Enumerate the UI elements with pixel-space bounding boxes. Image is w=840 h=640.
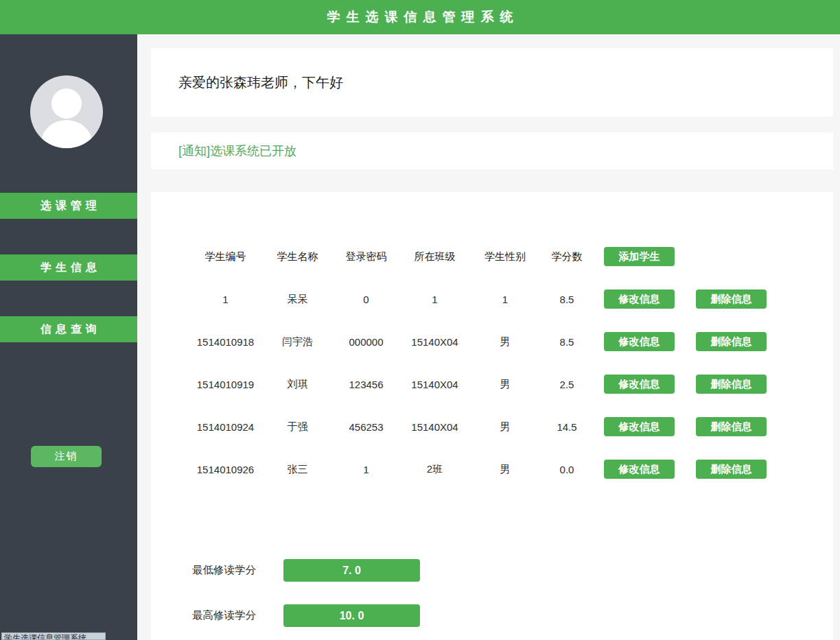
cell-student-id: 1 xyxy=(189,294,261,305)
table-row: 1514010924 于强 456253 15140X04 男 14.5 修改信… xyxy=(151,405,833,448)
cell-student-id: 1514010919 xyxy=(189,379,261,390)
modify-info-button[interactable]: 修改信息 xyxy=(604,289,675,309)
sidebar-item-label: 选课管理 xyxy=(36,199,101,213)
notice-link[interactable]: [通知]选课系统已开放 xyxy=(178,143,296,159)
greeting-card: 亲爱的张森玮老师，下午好 xyxy=(151,48,833,117)
table-row: 1514010919 刘琪 123456 15140X04 男 2.5 修改信息… xyxy=(151,363,833,405)
cell-credits: 0.0 xyxy=(539,464,594,475)
modify-info-button[interactable]: 修改信息 xyxy=(604,332,675,351)
table-row: 1514010918 闫宇浩 000000 15140X04 男 8.5 修改信… xyxy=(151,320,833,363)
sidebar-item-info-query[interactable]: 信息查询 xyxy=(0,316,137,342)
header-bar: 学生选课信息管理系统 xyxy=(0,0,840,34)
min-credit-row: 最低修读学分 7. 0 xyxy=(151,559,833,582)
delete-info-button[interactable]: 删除信息 xyxy=(696,417,767,436)
avatar xyxy=(30,75,103,148)
greeting-text: 亲爱的张森玮老师，下午好 xyxy=(178,73,343,92)
sidebar-item-label: 学生信息 xyxy=(36,261,101,275)
cell-class: 15140X04 xyxy=(399,379,471,390)
sidebar-item-student-info[interactable]: 学生信息 xyxy=(0,254,137,281)
cell-password: 0 xyxy=(334,294,399,305)
delete-info-button[interactable]: 删除信息 xyxy=(696,289,767,309)
delete-info-button[interactable]: 删除信息 xyxy=(696,332,767,351)
main-content: 亲爱的张森玮老师，下午好 [通知]选课系统已开放 学生编号 学生名称 登录密码 … xyxy=(137,34,840,640)
column-header-student-id: 学生编号 xyxy=(189,250,261,263)
table-header-row: 学生编号 学生名称 登录密码 所在班级 学生性别 学分数 添加学生 xyxy=(151,235,833,278)
cell-student-id: 1514010924 xyxy=(189,421,261,433)
modify-info-button[interactable]: 修改信息 xyxy=(604,460,675,479)
cell-gender: 男 xyxy=(471,420,539,434)
add-student-button[interactable]: 添加学生 xyxy=(604,247,675,266)
cell-credits: 8.5 xyxy=(539,336,594,348)
modify-info-button[interactable]: 修改信息 xyxy=(604,375,675,394)
student-table-card: 学生编号 学生名称 登录密码 所在班级 学生性别 学分数 添加学生 1 呆呆 0… xyxy=(151,192,833,640)
cell-class: 15140X04 xyxy=(399,421,471,433)
delete-info-button[interactable]: 删除信息 xyxy=(696,460,767,479)
column-header-student-name: 学生名称 xyxy=(261,250,334,263)
cell-student-name: 呆呆 xyxy=(261,293,334,306)
status-tooltip: 学生选课信息管理系统 xyxy=(1,632,106,640)
min-credit-input[interactable]: 7. 0 xyxy=(283,559,420,582)
cell-password: 123456 xyxy=(334,379,399,390)
cell-gender: 1 xyxy=(471,294,539,305)
column-header-password: 登录密码 xyxy=(334,250,399,263)
cell-password: 456253 xyxy=(334,421,399,433)
cell-password: 1 xyxy=(334,464,399,475)
cell-student-name: 刘琪 xyxy=(261,378,334,391)
cell-student-id: 1514010926 xyxy=(189,464,261,475)
modify-info-button[interactable]: 修改信息 xyxy=(604,417,675,436)
cell-student-name: 张三 xyxy=(261,463,334,476)
cell-gender: 男 xyxy=(471,463,539,476)
cell-credits: 2.5 xyxy=(539,379,594,390)
max-credit-input[interactable]: 10. 0 xyxy=(283,604,420,627)
max-credit-row: 最高修读学分 10. 0 xyxy=(151,604,833,627)
max-credit-label: 最高修读学分 xyxy=(192,608,259,623)
cell-student-name: 闫宇浩 xyxy=(261,335,334,348)
cell-gender: 男 xyxy=(471,335,539,348)
cell-class: 1 xyxy=(399,294,471,305)
column-header-class: 所在班级 xyxy=(399,250,471,263)
app-window: 学生选课信息管理系统 选课管理 学生信息 信息查询 注销 学生选课信息管理系统 … xyxy=(0,0,840,640)
cell-credits: 14.5 xyxy=(539,421,594,433)
cell-password: 000000 xyxy=(334,336,399,348)
cell-gender: 男 xyxy=(471,378,539,391)
table-row: 1514010926 张三 1 2班 男 0.0 修改信息 删除信息 xyxy=(151,448,833,490)
sidebar-item-course-management[interactable]: 选课管理 xyxy=(0,193,137,219)
logout-button[interactable]: 注销 xyxy=(31,446,102,467)
notice-card: [通知]选课系统已开放 xyxy=(151,132,833,169)
user-silhouette-icon xyxy=(30,75,103,148)
column-header-gender: 学生性别 xyxy=(471,250,539,263)
table-row: 1 呆呆 0 1 1 8.5 修改信息 删除信息 xyxy=(151,278,833,320)
cell-credits: 8.5 xyxy=(539,294,594,305)
delete-info-button[interactable]: 删除信息 xyxy=(696,375,767,394)
cell-class: 15140X04 xyxy=(399,336,471,348)
min-credit-label: 最低修读学分 xyxy=(192,563,259,578)
page-title: 学生选课信息管理系统 xyxy=(321,8,520,26)
cell-student-name: 于强 xyxy=(261,420,334,434)
cell-class: 2班 xyxy=(399,463,471,476)
column-header-credits: 学分数 xyxy=(539,250,594,263)
sidebar: 选课管理 学生信息 信息查询 注销 学生选课信息管理系统 xyxy=(0,34,137,640)
sidebar-item-label: 信息查询 xyxy=(36,322,101,337)
cell-student-id: 1514010918 xyxy=(189,336,261,348)
